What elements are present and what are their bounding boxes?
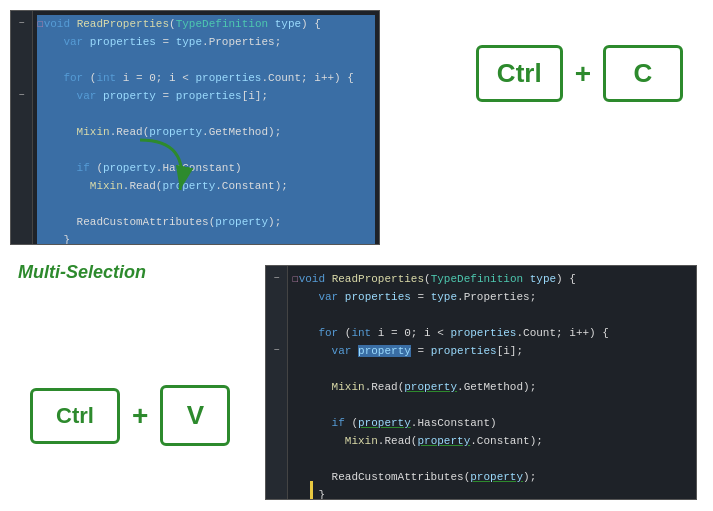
- b-line-4: for (int i = 0; i < properties.Count; i+…: [292, 324, 692, 342]
- b-line-7: Mixin.Read(property.GetMethod);: [292, 378, 692, 396]
- b-line-3: [292, 306, 692, 324]
- code-line-12: ReadCustomAttributes(property);: [37, 213, 375, 231]
- shortcut-copy: Ctrl + C: [476, 45, 683, 102]
- code-line-9: if (property.HasConstant): [37, 159, 375, 177]
- code-line-2: var properties = type.Properties;: [37, 33, 375, 51]
- b-line-10: Mixin.Read(property.Constant);: [292, 432, 692, 450]
- code-line-8: [37, 141, 375, 159]
- collapse-bottom-mid[interactable]: −: [273, 342, 279, 360]
- collapse-bottom-top[interactable]: −: [273, 270, 279, 288]
- code-line-11: [37, 195, 375, 213]
- b-line-13: }: [292, 486, 692, 500]
- code-line-3: [37, 51, 375, 69]
- top-editor-content: ☐void ReadProperties(TypeDefinition type…: [33, 11, 379, 244]
- collapse-mid[interactable]: −: [18, 87, 24, 105]
- code-line-13: }: [37, 231, 375, 245]
- b-line-11: [292, 450, 692, 468]
- code-line-5: var property = properties[i];: [37, 87, 375, 105]
- code-line-7: Mixin.Read(property.GetMethod);: [37, 123, 375, 141]
- b-line-1: ☐void ReadProperties(TypeDefinition type…: [292, 270, 692, 288]
- bottom-editor-content: ☐void ReadProperties(TypeDefinition type…: [288, 266, 696, 499]
- plus-copy: +: [575, 58, 591, 90]
- bottom-code-editor: − − ☐void ReadProperties(TypeDefinition …: [265, 265, 697, 500]
- multi-selection-label: Multi-Selection: [18, 262, 146, 283]
- collapse-top[interactable]: −: [18, 15, 24, 33]
- b-line-12: ReadCustomAttributes(property);: [292, 468, 692, 486]
- yellow-cursor-bar: [310, 481, 313, 499]
- c-key: C: [603, 45, 683, 102]
- code-line-6: [37, 105, 375, 123]
- plus-paste: +: [132, 400, 148, 432]
- editor-gutter-top: − −: [11, 11, 33, 244]
- v-key: V: [160, 385, 230, 446]
- b-line-9: if (property.HasConstant): [292, 414, 692, 432]
- shortcut-paste: Ctrl + V: [30, 385, 230, 446]
- code-line-1: ☐void ReadProperties(TypeDefinition type…: [37, 15, 375, 33]
- ctrl-key-copy: Ctrl: [476, 45, 563, 102]
- top-code-editor: − − ☐void ReadProperties(TypeDefinition …: [10, 10, 380, 245]
- editor-gutter-bottom: − −: [266, 266, 288, 499]
- b-line-2: var properties = type.Properties;: [292, 288, 692, 306]
- b-line-5: var property = properties[i];: [292, 342, 692, 360]
- ctrl-key-paste: Ctrl: [30, 388, 120, 444]
- code-line-10: Mixin.Read(property.Constant);: [37, 177, 375, 195]
- b-line-8: [292, 396, 692, 414]
- code-line-4: for (int i = 0; i < properties.Count; i+…: [37, 69, 375, 87]
- b-line-6: [292, 360, 692, 378]
